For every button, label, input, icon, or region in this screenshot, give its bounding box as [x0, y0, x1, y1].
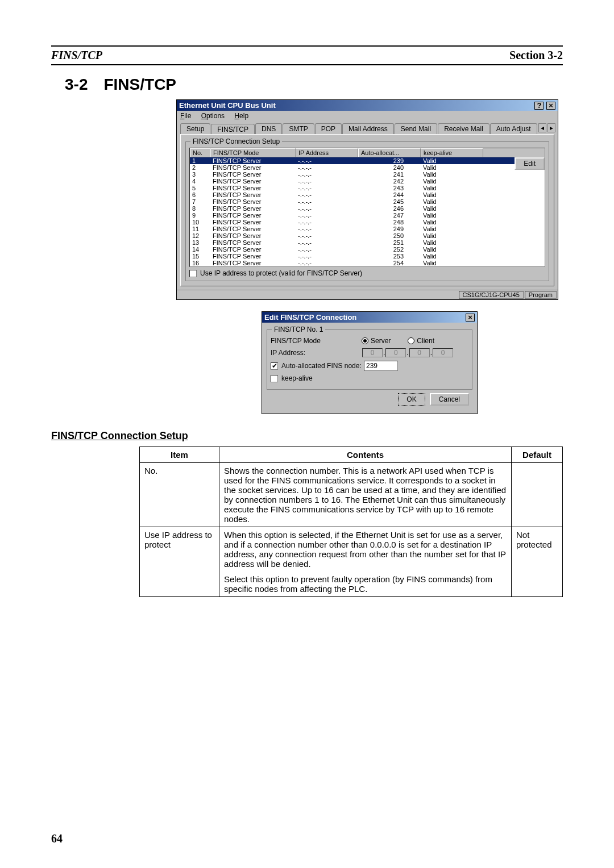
status-mode: Program [525, 291, 557, 299]
cell-item: Use IP address to protect [140, 527, 219, 597]
tab-scroll-left-icon[interactable]: ◂ [538, 123, 546, 132]
protect-checkbox[interactable] [189, 270, 197, 277]
close-icon[interactable]: × [466, 314, 475, 322]
col-no[interactable]: No. [190, 148, 210, 157]
table-row[interactable]: 2FINS/TCP Server-.-.-.-240Valid [190, 164, 545, 171]
header-left: FINS/TCP [51, 49, 102, 62]
protect-label: Use IP address to protect (valid for FIN… [200, 269, 362, 277]
page-header: FINS/TCP Section 3-2 [51, 48, 563, 65]
cell-default: Not protected [512, 527, 563, 597]
tab-scroll-right-icon[interactable]: ▸ [547, 123, 555, 132]
header-right: Section 3-2 [509, 49, 563, 62]
table-row[interactable]: 11FINS/TCP Server-.-.-.-249Valid [190, 226, 545, 232]
col-auto[interactable]: Auto-allocat... [358, 148, 421, 157]
ip-seg-1[interactable]: 0 [362, 348, 383, 357]
th-contents: Contents [219, 447, 512, 463]
cell-contents-p1: When this option is selected, if the Eth… [224, 530, 507, 569]
edit-dialog-titlebar[interactable]: Edit FINS/TCP Connection × [262, 312, 477, 323]
connection-list[interactable]: No. FINS/TCP Mode IP Address Auto-alloca… [189, 148, 545, 267]
menu-options[interactable]: Options [201, 112, 225, 120]
client-label: Client [417, 337, 434, 345]
tab-fins-tcp[interactable]: FINS/TCP [211, 124, 255, 135]
tab-panel: FINS/TCP Connection Setup No. FINS/TCP M… [180, 134, 554, 286]
page-number: 64 [51, 832, 63, 845]
table-row: Use IP address to protect When this opti… [140, 527, 563, 597]
menu-help[interactable]: Help [234, 112, 248, 120]
auto-alloc-label: Auto-allocated FINS node: [281, 362, 364, 370]
dialog-titlebar[interactable]: Ethernet Unit CPU Bus Unit ? × [177, 100, 558, 111]
table-row[interactable]: 6FINS/TCP Server-.-.-.-244Valid [190, 191, 545, 198]
ok-button[interactable]: OK [398, 393, 425, 406]
table-row[interactable]: 13FINS/TCP Server-.-.-.-251Valid [190, 239, 545, 246]
cell-contents-p2: Select this option to prevent faulty ope… [224, 574, 507, 594]
ip-seg-3[interactable]: 0 [409, 348, 430, 357]
keep-alive-checkbox[interactable] [271, 375, 278, 382]
protect-checkbox-row[interactable]: Use IP address to protect (valid for FIN… [189, 269, 545, 277]
tab-pop[interactable]: POP [315, 123, 342, 134]
table-row[interactable]: 14FINS/TCP Server-.-.-.-252Valid [190, 246, 545, 253]
keep-alive-label: keep-alive [281, 374, 313, 382]
menu-file[interactable]: File [180, 112, 191, 120]
table-row[interactable]: 15FINS/TCP Server-.-.-.-253Valid [190, 253, 545, 260]
titlebar-buttons: ? × [534, 101, 555, 110]
table-row[interactable]: 9FINS/TCP Server-.-.-.-247Valid [190, 212, 545, 219]
ip-label: IP Address: [271, 349, 362, 357]
tab-setup[interactable]: Setup [180, 123, 210, 134]
group-legend: FINS/TCP Connection Setup [190, 137, 282, 145]
subsection-title: FINS/TCP Connection Setup [51, 430, 563, 442]
cell-default [512, 463, 563, 527]
tab-strip: Setup FINS/TCP DNS SMTP POP Mail Address… [177, 121, 558, 134]
description-table: Item Contents Default No. Shows the conn… [139, 446, 563, 597]
auto-alloc-input[interactable] [364, 361, 398, 371]
list-header: No. FINS/TCP Mode IP Address Auto-alloca… [190, 148, 545, 157]
ethernet-unit-dialog: Ethernet Unit CPU Bus Unit ? × File Opti… [176, 99, 558, 300]
header-rule-top [51, 45, 563, 47]
tab-smtp[interactable]: SMTP [283, 123, 314, 134]
ip-seg-4[interactable]: 0 [433, 348, 453, 357]
help-icon[interactable]: ? [534, 102, 544, 110]
edit-group-legend: FINS/TCP No. 1 [272, 326, 325, 333]
cell-contents: Shows the connection number. This is a n… [219, 463, 512, 527]
ip-seg-2[interactable]: 0 [385, 348, 406, 357]
dialog-title: Ethernet Unit CPU Bus Unit [179, 101, 276, 110]
edit-connection-dialog: Edit FINS/TCP Connection × FINS/TCP No. … [262, 311, 478, 414]
tab-receive-mail[interactable]: Receive Mail [438, 123, 489, 134]
table-row[interactable]: 7FINS/TCP Server-.-.-.-245Valid [190, 198, 545, 205]
table-row[interactable]: 12FINS/TCP Server-.-.-.-250Valid [190, 232, 545, 239]
table-row[interactable]: 8FINS/TCP Server-.-.-.-246Valid [190, 205, 545, 212]
table-row[interactable]: 4FINS/TCP Server-.-.-.-242Valid [190, 178, 545, 185]
edit-group: FINS/TCP No. 1 FINS/TCP Mode Server Clie… [267, 329, 472, 390]
th-default: Default [512, 447, 563, 463]
tab-auto-adjust[interactable]: Auto Adjust [490, 123, 537, 134]
table-row: No. Shows the connection number. This is… [140, 463, 563, 527]
table-row[interactable]: 1FINS/TCP Server-.-.-.-239Valid [190, 157, 545, 164]
mode-label: FINS/TCP Mode [271, 337, 362, 345]
edit-button[interactable]: Edit [515, 157, 545, 170]
status-cpu: CS1G/CJ1G-CPU45 [459, 291, 524, 299]
col-keep[interactable]: keep-alive [421, 148, 483, 157]
client-radio[interactable] [408, 337, 414, 344]
th-item: Item [140, 447, 219, 463]
table-row[interactable]: 10FINS/TCP Server-.-.-.-248Valid [190, 219, 545, 226]
close-icon[interactable]: × [546, 102, 555, 110]
status-bar: CS1G/CJ1G-CPU45 Program [177, 290, 558, 299]
col-mode[interactable]: FINS/TCP Mode [210, 148, 296, 157]
cell-contents: When this option is selected, if the Eth… [219, 527, 512, 597]
table-row[interactable]: 3FINS/TCP Server-.-.-.-241Valid [190, 171, 545, 178]
cancel-button[interactable]: Cancel [430, 393, 469, 406]
edit-dialog-title: Edit FINS/TCP Connection [264, 313, 356, 322]
section-heading: 3-2 FINS/TCP [65, 76, 563, 94]
cell-item: No. [140, 463, 219, 527]
tab-mail-address[interactable]: Mail Address [342, 123, 394, 134]
tab-send-mail[interactable]: Send Mail [395, 123, 437, 134]
tab-dns[interactable]: DNS [255, 123, 282, 134]
server-radio[interactable] [362, 337, 368, 344]
table-row[interactable]: 16FINS/TCP Server-.-.-.-254Valid [190, 260, 545, 266]
table-row[interactable]: 5FINS/TCP Server-.-.-.-243Valid [190, 185, 545, 191]
col-ip[interactable]: IP Address [296, 148, 358, 157]
auto-alloc-checkbox[interactable]: ✔ [271, 362, 278, 370]
menu-bar: File Options Help [177, 111, 558, 121]
connection-setup-group: FINS/TCP Connection Setup No. FINS/TCP M… [185, 141, 549, 281]
server-label: Server [371, 337, 391, 345]
